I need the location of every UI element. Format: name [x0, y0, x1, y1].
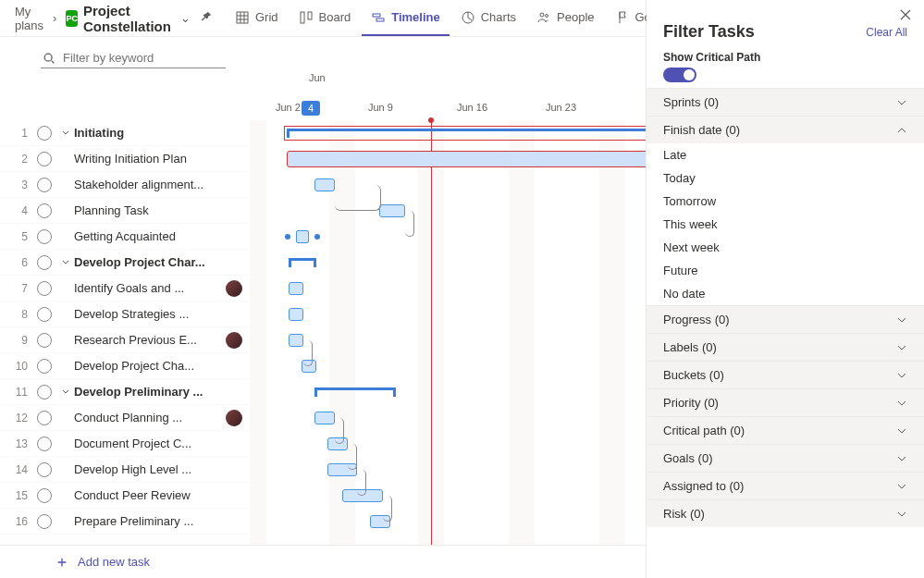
task-row[interactable]: 6Develop Project Char... [0, 250, 250, 276]
gantt-bar[interactable] [287, 146, 646, 172]
gantt-bar[interactable] [285, 224, 320, 250]
expand-icon[interactable] [61, 258, 72, 267]
project-menu-chevron[interactable]: ⌄ [177, 11, 194, 25]
task-row[interactable]: 16Prepare Preliminary ... [0, 509, 250, 535]
complete-circle[interactable] [37, 281, 52, 296]
row-number: 10 [0, 360, 37, 373]
task-row[interactable]: 12Conduct Planning ... [0, 405, 250, 431]
complete-circle[interactable] [37, 488, 52, 503]
gantt-bar[interactable] [289, 276, 303, 301]
row-number: 7 [0, 282, 37, 295]
add-task-row[interactable]: Add new task [0, 545, 646, 578]
complete-circle[interactable] [37, 514, 52, 529]
task-row[interactable]: 10Develop Project Cha... [0, 353, 250, 379]
complete-circle[interactable] [37, 385, 52, 400]
gantt-bar[interactable] [327, 457, 357, 483]
complete-circle[interactable] [37, 333, 52, 348]
section-labels[interactable]: Labels (0) [647, 333, 924, 361]
task-row[interactable]: 11Develop Preliminary ... [0, 379, 250, 405]
section-finish-date[interactable]: Finish date (0) [647, 116, 924, 143]
chevron-down-icon [896, 342, 907, 353]
section-buckets[interactable]: Buckets (0) [647, 361, 924, 388]
section-critical-path[interactable]: Critical path (0) [647, 416, 924, 444]
task-row[interactable]: 3Stakeholder alignment... [0, 172, 250, 198]
gantt-bar[interactable] [314, 172, 335, 198]
tab-charts[interactable]: Charts [451, 0, 525, 36]
project-title[interactable]: Project Constellation [83, 3, 171, 34]
complete-circle[interactable] [37, 411, 52, 425]
section-sprints[interactable]: Sprints (0) [647, 88, 924, 116]
gantt-bar[interactable] [302, 353, 316, 379]
task-row[interactable]: 15Conduct Peer Review [0, 483, 250, 509]
complete-circle[interactable] [37, 255, 52, 270]
tab-timeline-label: Timeline [391, 10, 440, 24]
gantt-bar[interactable] [314, 405, 335, 431]
filter-option[interactable]: Tomorrow [647, 190, 924, 213]
gantt-bar[interactable] [370, 509, 390, 535]
critical-path-toggle[interactable] [663, 68, 696, 82]
task-row[interactable]: 8Develop Strategies ... [0, 301, 250, 327]
section-goals-label: Goals (0) [663, 451, 712, 465]
gantt-bar[interactable] [314, 379, 396, 405]
section-assigned-label: Assigned to (0) [663, 479, 744, 493]
gantt-bar[interactable] [342, 483, 383, 509]
section-assigned[interactable]: Assigned to (0) [647, 472, 924, 499]
task-row[interactable]: 2Writing Initiation Plan [0, 146, 250, 172]
filter-option[interactable]: No date [647, 282, 924, 305]
section-goals[interactable]: Goals (0) [647, 444, 924, 472]
breadcrumb-my-plans[interactable]: My plans [15, 5, 43, 32]
expand-icon[interactable] [61, 387, 72, 397]
complete-circle[interactable] [37, 178, 52, 192]
close-icon[interactable] [898, 7, 913, 22]
task-row[interactable]: 14Develop High Level ... [0, 457, 250, 483]
tab-people[interactable]: People [527, 0, 603, 36]
filter-option[interactable]: This week [647, 213, 924, 236]
task-row[interactable]: 5Getting Acquainted [0, 224, 250, 250]
complete-circle[interactable] [37, 229, 52, 244]
task-row[interactable]: 1Initiating [0, 120, 250, 146]
filter-input[interactable] [63, 51, 224, 65]
row-number: 15 [0, 489, 37, 502]
row-number: 14 [0, 463, 37, 476]
complete-circle[interactable] [37, 307, 52, 322]
task-row[interactable]: 4Planning Task [0, 198, 250, 224]
complete-circle[interactable] [37, 437, 52, 451]
tab-timeline[interactable]: Timeline [362, 0, 450, 36]
pin-icon[interactable] [200, 10, 213, 26]
filter-option[interactable]: Future [647, 259, 924, 282]
section-sprints-label: Sprints (0) [663, 95, 719, 109]
row-number: 5 [0, 230, 37, 243]
gantt-bar[interactable] [289, 250, 316, 276]
section-priority[interactable]: Priority (0) [647, 388, 924, 416]
complete-circle[interactable] [37, 152, 52, 166]
complete-circle[interactable] [37, 203, 52, 218]
clear-all-link[interactable]: Clear All [866, 26, 907, 39]
expand-icon[interactable] [61, 129, 72, 138]
assignee-avatar[interactable] [226, 280, 242, 297]
section-risk[interactable]: Risk (0) [647, 499, 924, 527]
filter-option[interactable]: Next week [647, 236, 924, 259]
filter-input-wrap[interactable] [41, 48, 226, 68]
complete-circle[interactable] [37, 359, 52, 374]
assignee-avatar[interactable] [226, 332, 242, 349]
svg-point-11 [44, 54, 52, 61]
gantt-bar[interactable] [327, 431, 348, 457]
filter-option[interactable]: Late [647, 143, 924, 166]
section-progress[interactable]: Progress (0) [647, 305, 924, 333]
critical-path-label: Show Critical Path [663, 51, 907, 64]
task-row[interactable]: 9Research Previous E... [0, 327, 250, 353]
task-row[interactable]: 13Document Project C... [0, 431, 250, 457]
gantt-area[interactable] [250, 120, 646, 545]
gantt-bar[interactable] [289, 301, 303, 327]
tab-grid[interactable]: Grid [226, 0, 288, 36]
tab-board[interactable]: Board [290, 0, 361, 36]
gantt-bar[interactable] [287, 120, 646, 146]
gantt-bar[interactable] [289, 327, 303, 353]
complete-circle[interactable] [37, 126, 52, 141]
filter-option[interactable]: Today [647, 166, 924, 190]
gantt-bar[interactable] [379, 198, 405, 224]
assignee-avatar[interactable] [226, 410, 242, 426]
complete-circle[interactable] [37, 462, 52, 477]
today-line [431, 120, 432, 545]
task-row[interactable]: 7Identify Goals and ... [0, 276, 250, 301]
